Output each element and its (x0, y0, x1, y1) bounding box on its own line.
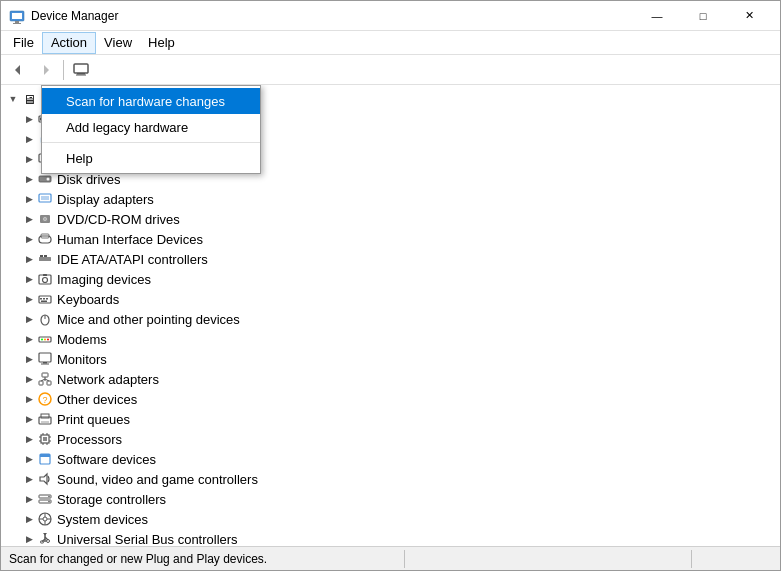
tree-item-display-adapters[interactable]: ▶Display adapters (1, 189, 780, 209)
other-icon: ? (37, 391, 53, 407)
toolbar-separator-1 (63, 60, 64, 80)
tree-item-other[interactable]: ▶?Other devices (1, 389, 780, 409)
computer-icon-btn[interactable] (68, 58, 94, 82)
svg-rect-2 (15, 21, 19, 23)
print-icon (37, 411, 53, 427)
svg-point-82 (47, 540, 50, 543)
network-expander[interactable]: ▶ (21, 371, 37, 387)
monitors-label: Monitors (57, 352, 107, 367)
other-expander[interactable]: ▶ (21, 391, 37, 407)
back-button[interactable] (5, 58, 31, 82)
scan-hardware-item[interactable]: Scan for hardware changes (42, 88, 260, 114)
svg-point-29 (43, 278, 48, 283)
tree-item-dvd[interactable]: ▶DVD/CD-ROM drives (1, 209, 780, 229)
imaging-label: Imaging devices (57, 272, 151, 287)
svg-rect-67 (40, 454, 50, 457)
display-adapters-expander[interactable]: ▶ (21, 191, 37, 207)
tree-item-sound[interactable]: ▶Sound, video and game controllers (1, 469, 780, 489)
tree-item-usb[interactable]: ▶Universal Serial Bus controllers (1, 529, 780, 546)
processors-expander[interactable]: ▶ (21, 431, 37, 447)
tree-item-storage[interactable]: ▶Storage controllers (1, 489, 780, 509)
usb-expander[interactable]: ▶ (21, 531, 37, 546)
svg-text:?: ? (43, 395, 48, 405)
svg-marker-5 (44, 65, 49, 75)
svg-point-39 (41, 339, 43, 341)
hid-icon (37, 231, 53, 247)
svg-point-41 (47, 339, 49, 341)
svg-marker-4 (15, 65, 20, 75)
svg-rect-43 (43, 362, 47, 364)
tree-item-modems[interactable]: ▶Modems (1, 329, 780, 349)
tree-item-monitors[interactable]: ▶Monitors (1, 349, 780, 369)
modems-label: Modems (57, 332, 107, 347)
svg-rect-26 (40, 255, 43, 257)
title-bar: Device Manager — □ ✕ (1, 1, 780, 31)
hid-expander[interactable]: ▶ (21, 231, 37, 247)
tree-item-print[interactable]: ▶Print queues (1, 409, 780, 429)
dvd-icon (37, 211, 53, 227)
disk-drives-expander[interactable]: ▶ (21, 171, 37, 187)
menu-action[interactable]: Action (42, 32, 96, 54)
processors-icon (37, 431, 53, 447)
imaging-expander[interactable]: ▶ (21, 271, 37, 287)
imaging-icon (37, 271, 53, 287)
svg-point-40 (44, 339, 46, 341)
modems-expander[interactable]: ▶ (21, 331, 37, 347)
svg-rect-42 (39, 353, 51, 362)
network-label: Network adapters (57, 372, 159, 387)
software-expander[interactable]: ▶ (21, 451, 37, 467)
keyboards-expander[interactable]: ▶ (21, 291, 37, 307)
minimize-button[interactable]: — (634, 1, 680, 31)
menu-view[interactable]: View (96, 32, 140, 54)
computer-expander[interactable]: ▶ (21, 151, 37, 167)
tree-item-keyboards[interactable]: ▶Keyboards (1, 289, 780, 309)
svg-rect-55 (41, 421, 49, 423)
svg-point-22 (44, 218, 46, 220)
other-label: Other devices (57, 392, 137, 407)
menu-file[interactable]: File (5, 32, 42, 54)
mice-icon (37, 311, 53, 327)
svg-marker-80 (43, 533, 47, 536)
dvd-expander[interactable]: ▶ (21, 211, 37, 227)
software-icon (37, 451, 53, 467)
display-adapters-label: Display adapters (57, 192, 154, 207)
ide-expander[interactable]: ▶ (21, 251, 37, 267)
mice-expander[interactable]: ▶ (21, 311, 37, 327)
sound-expander[interactable]: ▶ (21, 471, 37, 487)
monitors-expander[interactable]: ▶ (21, 351, 37, 367)
tree-item-hid[interactable]: ▶Human Interface Devices (1, 229, 780, 249)
dropdown-separator (42, 142, 260, 143)
storage-expander[interactable]: ▶ (21, 491, 37, 507)
svg-point-71 (48, 496, 50, 498)
usb-icon (37, 531, 53, 546)
tree-item-imaging[interactable]: ▶Imaging devices (1, 269, 780, 289)
svg-rect-27 (44, 255, 47, 257)
network-icon (37, 371, 53, 387)
forward-button[interactable] (33, 58, 59, 82)
close-button[interactable]: ✕ (726, 1, 772, 31)
tree-item-system[interactable]: ▶System devices (1, 509, 780, 529)
help-item[interactable]: Help (42, 145, 260, 171)
print-expander[interactable]: ▶ (21, 411, 37, 427)
menu-help[interactable]: Help (140, 32, 183, 54)
svg-rect-34 (46, 298, 48, 300)
tree-item-software[interactable]: ▶Software devices (1, 449, 780, 469)
tree-item-ide[interactable]: ▶IDE ATA/ATAPI controllers (1, 249, 780, 269)
maximize-button[interactable]: □ (680, 1, 726, 31)
storage-label: Storage controllers (57, 492, 166, 507)
svg-rect-8 (76, 74, 86, 75)
root-expander[interactable]: ▼ (5, 91, 21, 107)
system-icon (37, 511, 53, 527)
content-area: ▼ 🖥 DESKTOP-ABC123 ▶Batteries▶⬡Bluetooth… (1, 85, 780, 546)
system-expander[interactable]: ▶ (21, 511, 37, 527)
tree-item-network[interactable]: ▶Network adapters (1, 369, 780, 389)
svg-rect-46 (39, 381, 43, 385)
bluetooth-expander[interactable]: ▶ (21, 131, 37, 147)
batteries-expander[interactable]: ▶ (21, 111, 37, 127)
svg-rect-6 (74, 64, 88, 73)
tree-item-processors[interactable]: ▶Processors (1, 429, 780, 449)
status-divider-1 (404, 550, 405, 568)
add-legacy-item[interactable]: Add legacy hardware (42, 114, 260, 140)
svg-rect-19 (41, 196, 49, 200)
tree-item-mice[interactable]: ▶Mice and other pointing devices (1, 309, 780, 329)
